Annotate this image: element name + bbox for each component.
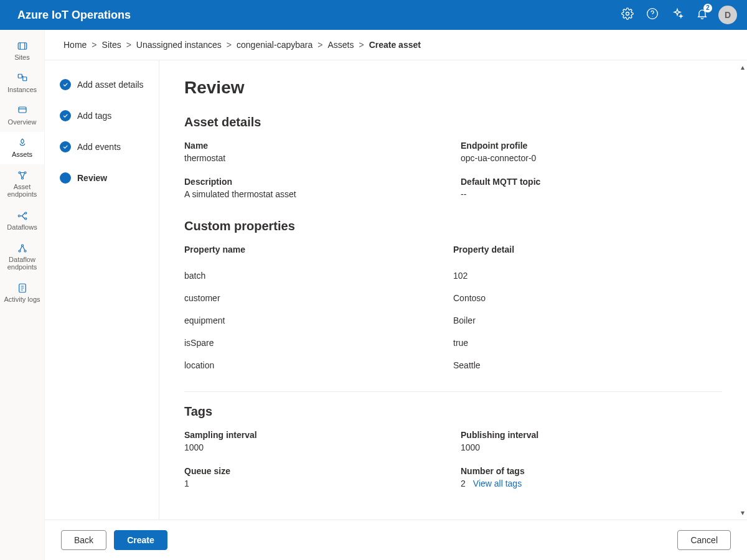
activity-logs-icon: [16, 282, 29, 294]
create-button[interactable]: Create: [114, 530, 167, 550]
avatar[interactable]: D: [718, 6, 737, 24]
step-label: Review: [77, 173, 107, 183]
nav-label: Sites: [14, 54, 29, 61]
nav-label: Assets: [12, 151, 32, 158]
asset-endpoints-icon: [16, 169, 29, 182]
notifications-button[interactable]: 2: [690, 0, 715, 30]
top-header: Azure IoT Operations 2 D: [0, 0, 747, 30]
notification-badge: 2: [703, 4, 712, 12]
breadcrumb-sep: >: [92, 40, 96, 50]
svg-rect-6: [19, 107, 26, 113]
field-label: Queue size: [184, 466, 446, 476]
breadcrumb-sep: >: [126, 40, 131, 50]
field-name: Name thermostat: [184, 141, 446, 163]
svg-point-13: [19, 250, 21, 252]
breadcrumb-home[interactable]: Home: [63, 40, 87, 50]
whatsnew-button[interactable]: [665, 0, 690, 30]
step-review[interactable]: Review: [60, 172, 159, 184]
step-current-icon: [60, 172, 71, 184]
breadcrumb-instance[interactable]: congenial-capybara: [237, 40, 312, 50]
svg-point-15: [21, 245, 23, 246]
back-button[interactable]: Back: [61, 530, 106, 550]
scroll-up-arrow[interactable]: ▴: [741, 63, 745, 72]
breadcrumb: Home > Sites > Unassigned instances > co…: [45, 30, 747, 60]
svg-point-14: [24, 250, 26, 252]
property-detail: Seattle: [453, 360, 722, 370]
col-property-detail: Property detail: [453, 245, 722, 254]
svg-rect-3: [18, 43, 27, 50]
breadcrumb-assets[interactable]: Assets: [327, 40, 354, 50]
step-add-events[interactable]: Add events: [60, 141, 159, 152]
nav-label: Dataflow endpoints: [1, 256, 43, 271]
svg-point-9: [21, 177, 23, 179]
section-divider: [184, 391, 722, 392]
nav-label: Activity logs: [4, 296, 40, 303]
scroll-down-arrow[interactable]: ▾: [741, 508, 745, 517]
field-description: Description A simulated thermostat asset: [184, 177, 446, 199]
svg-point-7: [19, 172, 21, 174]
svg-point-12: [24, 218, 26, 220]
svg-point-11: [24, 212, 26, 214]
cancel-button[interactable]: Cancel: [677, 530, 731, 550]
step-done-icon: [60, 79, 71, 90]
help-button[interactable]: [640, 0, 665, 30]
breadcrumb-sep: >: [227, 40, 232, 50]
nav-instances[interactable]: Instances: [0, 67, 44, 100]
svg-point-8: [24, 172, 26, 174]
field-label: Default MQTT topic: [461, 177, 722, 187]
field-label: Description: [184, 177, 446, 187]
overview-icon: [16, 105, 29, 117]
property-name: isSpare: [184, 338, 453, 348]
nav-asset-endpoints[interactable]: Asset endpoints: [0, 164, 44, 204]
property-detail: Contoso: [453, 293, 722, 303]
view-all-tags-link[interactable]: View all tags: [473, 478, 522, 488]
review-panel: Review Asset details Name thermostat End…: [159, 60, 747, 503]
step-done-icon: [60, 141, 71, 152]
property-name: batch: [184, 271, 453, 281]
field-mqtt-topic: Default MQTT topic --: [461, 177, 722, 199]
field-label: Name: [184, 141, 446, 151]
breadcrumb-sep: >: [317, 40, 322, 50]
step-add-tags[interactable]: Add tags: [60, 110, 159, 121]
nav-assets[interactable]: Assets: [0, 132, 44, 164]
property-name: location: [184, 360, 453, 370]
nav-dataflow-endpoints[interactable]: Dataflow endpoints: [0, 237, 44, 277]
step-label: Add asset details: [77, 80, 144, 90]
property-detail: 102: [453, 271, 722, 281]
field-value: 1000: [184, 442, 446, 452]
breadcrumb-sites[interactable]: Sites: [102, 40, 121, 50]
nav-activity-logs[interactable]: Activity logs: [0, 277, 44, 309]
breadcrumb-current: Create asset: [369, 40, 421, 50]
svg-rect-4: [18, 74, 22, 78]
property-row: isSparetrue: [184, 332, 722, 354]
dataflow-endpoints-icon: [16, 242, 29, 254]
asset-details-heading: Asset details: [184, 115, 722, 129]
breadcrumb-unassigned[interactable]: Unassigned instances: [136, 40, 222, 50]
dataflows-icon: [16, 210, 29, 222]
property-name: customer: [184, 293, 453, 303]
field-label: Sampling interval: [184, 430, 446, 440]
field-value: 2: [461, 478, 466, 488]
field-queue-size: Queue size 1: [184, 466, 446, 488]
svg-rect-5: [22, 77, 26, 81]
property-row: locationSeattle: [184, 354, 722, 376]
left-nav: Sites Instances Overview Assets Asset en…: [0, 30, 45, 560]
property-name: equipment: [184, 315, 453, 325]
field-label: Endpoint profile: [461, 141, 722, 151]
step-add-asset-details[interactable]: Add asset details: [60, 79, 159, 90]
svg-point-0: [626, 12, 629, 16]
wizard-steps: Add asset details Add tags Add events Re…: [45, 60, 159, 520]
help-icon: [646, 7, 659, 22]
sites-icon: [16, 40, 29, 52]
field-number-of-tags: Number of tags 2 View all tags: [461, 466, 722, 488]
nav-sites[interactable]: Sites: [0, 35, 44, 67]
nav-label: Dataflows: [7, 223, 37, 231]
property-row: batch102: [184, 264, 722, 287]
sparkle-icon: [671, 7, 684, 22]
nav-dataflows[interactable]: Dataflows: [0, 205, 44, 237]
field-publishing-interval: Publishing interval 1000: [461, 430, 722, 452]
nav-overview[interactable]: Overview: [0, 100, 44, 132]
field-endpoint-profile: Endpoint profile opc-ua-connector-0: [461, 141, 722, 163]
field-value: opc-ua-connector-0: [461, 153, 722, 163]
settings-button[interactable]: [615, 0, 640, 30]
